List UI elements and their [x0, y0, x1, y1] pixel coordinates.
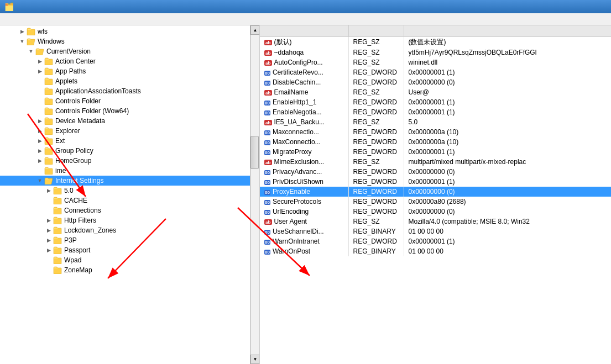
reg-name: UrlEncoding: [273, 208, 309, 215]
tree-item-controls-wow64[interactable]: Controls Folder (Wow64): [0, 106, 259, 116]
expander-lockdown-zones[interactable]: ▶: [44, 226, 53, 235]
tree-item-lockdown-zones[interactable]: ▶Lockdown_Zones: [0, 225, 259, 235]
menu-view[interactable]: [22, 18, 31, 20]
tree-item-internet-settings[interactable]: ▼Internet Settings: [0, 176, 259, 186]
menu-edit[interactable]: [12, 18, 21, 20]
table-row[interactable]: 00UseSchannelDi... REG_BINARY 01 00 00 0…: [260, 226, 611, 236]
expander-currentversion[interactable]: ▼: [27, 47, 35, 56]
table-row[interactable]: abEmailName REG_SZ User@: [260, 87, 611, 97]
col-header-type[interactable]: [348, 25, 404, 36]
table-row[interactable]: abUser Agent REG_SZ Mozilla/4.0 (compati…: [260, 217, 611, 226]
tree-item-wfs[interactable]: ▶wfs: [0, 27, 259, 36]
tree-label-appasso: ApplicationAssociationToasts: [54, 86, 141, 96]
cell-name: 00MaxConnectio...: [260, 137, 348, 147]
expander-group-policy[interactable]: ▶: [35, 146, 44, 155]
right-scroll[interactable]: ab(默认) REG_SZ (数值未设置) ab~ddahoqa REG_SZ …: [260, 25, 611, 364]
expander-windows[interactable]: ▼: [18, 37, 27, 46]
menu-file[interactable]: [2, 18, 11, 20]
table-row[interactable]: 00UrlEncoding REG_DWORD 0x00000000 (0): [260, 207, 611, 217]
table-row[interactable]: 00SecureProtocols REG_DWORD 0x00000a80 (…: [260, 197, 611, 207]
dword-icon: 00: [264, 71, 270, 76]
tree-label-controls-wow64: Controls Folder (Wow64): [54, 106, 129, 116]
scroll-down-btn[interactable]: ▼: [250, 355, 260, 364]
dword-icon: 00: [264, 240, 270, 245]
table-row[interactable]: ab~ddahoqa REG_SZ ytf5mHj7Ayr9QRLsqZmssj…: [260, 48, 611, 57]
expander-passport[interactable]: ▶: [44, 246, 53, 255]
col-header-data[interactable]: [404, 25, 611, 36]
cell-data: 0x0000000a (10): [404, 127, 611, 137]
tree-label-windows: Windows: [36, 36, 65, 46]
tree-item-http-filters[interactable]: ▶Http Filters: [0, 215, 259, 225]
tree-item-p3p[interactable]: ▶P3P: [0, 235, 259, 245]
tree-item-app-paths[interactable]: ▶App Paths: [0, 66, 259, 76]
tree-item-zonemap[interactable]: ZoneMap: [0, 265, 259, 275]
table-row[interactable]: 00DisableCachin... REG_DWORD 0x00000000 …: [260, 77, 611, 87]
tree-item-device-meta[interactable]: ▶Device Metadata: [0, 116, 259, 126]
tree-item-action-center[interactable]: ▶Action Center: [0, 56, 259, 66]
table-row[interactable]: 00PrivacyAdvanc... REG_DWORD 0x00000000 …: [260, 167, 611, 177]
tree-item-applets[interactable]: Applets: [0, 76, 259, 86]
scroll-thumb[interactable]: [250, 136, 259, 169]
expander-device-meta[interactable]: ▶: [35, 117, 44, 125]
tree-item-explorer[interactable]: ▶Explorer: [0, 126, 259, 136]
reg-name: AutoConfigPro...: [274, 59, 323, 66]
expander-p3p[interactable]: ▶: [44, 236, 53, 245]
expander-homegroup[interactable]: ▶: [35, 156, 44, 165]
tree-item-ime[interactable]: ime: [0, 166, 259, 176]
cell-data: 0x00000001 (1): [404, 177, 611, 187]
table-row[interactable]: 00CertificateRevo... REG_DWORD 0x0000000…: [260, 67, 611, 77]
tree-item-appasso[interactable]: ApplicationAssociationToasts: [0, 86, 259, 96]
table-row[interactable]: 00PrivDiscUiShown REG_DWORD 0x00000001 (…: [260, 177, 611, 187]
tree-item-cache[interactable]: CACHE: [0, 196, 259, 205]
table-row[interactable]: 00MaxConnectio... REG_DWORD 0x0000000a (…: [260, 137, 611, 147]
tree-item-currentversion[interactable]: ▼CurrentVersion: [0, 46, 259, 56]
tree-scroll[interactable]: ▶wfs▼Windows▼CurrentVersion▶Action Cente…: [0, 25, 259, 364]
expander-explorer[interactable]: ▶: [35, 126, 44, 135]
cell-type: REG_SZ: [348, 48, 404, 57]
expander-action-center[interactable]: ▶: [35, 57, 44, 66]
table-row[interactable]: abIE5_UA_Backu... REG_SZ 5.0: [260, 117, 611, 127]
tree-label-app-paths: App Paths: [54, 66, 86, 76]
expander-internet-settings[interactable]: ▼: [35, 176, 44, 185]
table-row[interactable]: 00Maxconnectio... REG_DWORD 0x0000000a (…: [260, 127, 611, 137]
tree-label-http-filters: Http Filters: [63, 215, 96, 225]
table-row[interactable]: abAutoConfigPro... REG_SZ wininet.dll: [260, 57, 611, 67]
right-panel: ab(默认) REG_SZ (数值未设置) ab~ddahoqa REG_SZ …: [260, 25, 611, 364]
tree-item-homegroup[interactable]: ▶HomeGroup: [0, 156, 259, 166]
expander-wfs[interactable]: ▶: [18, 27, 27, 36]
tree-item-windows[interactable]: ▼Windows: [0, 36, 259, 46]
dword-icon: 00: [264, 110, 270, 115]
table-row[interactable]: 00ProxyEnable REG_DWORD 0x00000000 (0): [260, 187, 611, 197]
table-row[interactable]: 00WarnOnIntranet REG_DWORD 0x00000001 (1…: [260, 236, 611, 246]
tree-item-wpad[interactable]: Wpad: [0, 255, 259, 265]
table-row[interactable]: ab(默认) REG_SZ (数值未设置): [260, 36, 611, 48]
tree-item-connections[interactable]: Connections: [0, 205, 259, 215]
dword-icon: 00: [264, 81, 270, 86]
cell-type: REG_DWORD: [348, 107, 404, 117]
expander-5-0[interactable]: ▶: [44, 186, 53, 195]
expander-http-filters[interactable]: ▶: [44, 216, 53, 225]
table-row[interactable]: 00EnableNegotia... REG_DWORD 0x00000001 …: [260, 107, 611, 117]
menu-help[interactable]: [42, 18, 51, 20]
cell-data: 0x00000000 (0): [404, 187, 611, 197]
tree-item-ext[interactable]: ▶Ext: [0, 136, 259, 146]
scroll-up-btn[interactable]: ▲: [250, 25, 260, 35]
tree-item-5-0[interactable]: ▶5.0: [0, 186, 259, 196]
expander-ext[interactable]: ▶: [35, 136, 44, 145]
tree-item-controls-folder[interactable]: Controls Folder: [0, 96, 259, 106]
folder-icon-passport: [53, 246, 62, 254]
expander-app-paths[interactable]: ▶: [35, 67, 44, 76]
cell-type: REG_SZ: [348, 217, 404, 226]
col-header-name[interactable]: [260, 25, 348, 36]
tree-scrollbar[interactable]: ▲ ▼: [250, 25, 259, 364]
table-row[interactable]: 00WarnOnPost REG_BINARY 01 00 00 00: [260, 246, 611, 256]
tree-item-passport[interactable]: ▶Passport: [0, 245, 259, 255]
table-row[interactable]: 00MigrateProxy REG_DWORD 0x00000001 (1): [260, 147, 611, 157]
tree-label-p3p: P3P: [63, 235, 77, 245]
table-row[interactable]: 00EnableHttp1_1 REG_DWORD 0x00000001 (1): [260, 97, 611, 107]
tree-item-group-policy[interactable]: ▶Group Policy: [0, 146, 259, 156]
tree-label-passport: Passport: [63, 245, 90, 255]
cell-data: 0x00000001 (1): [404, 107, 611, 117]
table-row[interactable]: abMimeExclusion... REG_SZ multipart/mixe…: [260, 157, 611, 167]
menu-favorites[interactable]: [32, 18, 41, 20]
